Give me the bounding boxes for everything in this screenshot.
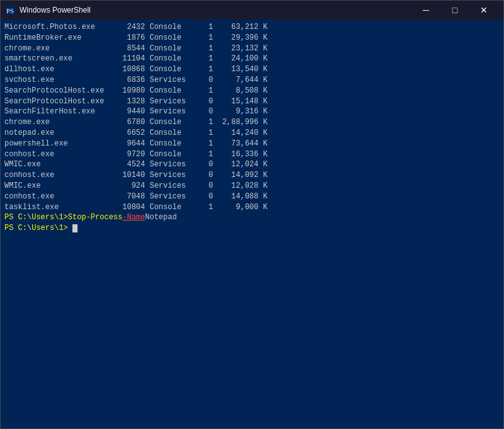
powershell-icon: PS	[6, 5, 16, 15]
close-button[interactable]: ✕	[469, 1, 498, 20]
table-row: notepad.exe 6652 Console 1 14,240 K	[4, 128, 500, 139]
table-row: powershell.exe 9644 Console 1 73,644 K	[4, 139, 500, 149]
cursor	[72, 224, 77, 232]
title-bar: PS Windows PowerShell ─ □ ✕	[1, 1, 503, 20]
table-row: conhost.exe 10140 Services 0 14,092 K	[4, 170, 500, 181]
svg-text:PS: PS	[6, 7, 14, 14]
minimize-button[interactable]: ─	[411, 1, 440, 20]
name-arg: -Name	[122, 212, 145, 223]
table-row: svchost.exe 6836 Services 0 7,644 K	[4, 75, 500, 86]
table-row: WMIC.exe 4524 Services 0 12,024 K	[4, 159, 500, 170]
table-row: SearchProtocolHost.exe 1328 Services 0 1…	[4, 96, 500, 107]
prompt-1: PS C:\Users\1>	[4, 212, 68, 223]
cursor-line: PS C:\Users\1>	[4, 223, 500, 234]
table-row: dllhost.exe 10868 Console 1 13,540 K	[4, 64, 500, 75]
table-row: chrome.exe 6780 Console 1 2,88,996 K	[4, 117, 500, 128]
command-line-1: PS C:\Users\1> Stop-Process -Name Notepa…	[4, 212, 500, 223]
title-bar-left: PS Windows PowerShell	[6, 5, 91, 15]
title-bar-controls: ─ □ ✕	[411, 1, 498, 20]
terminal-body[interactable]: Microsoft.Photos.exe 2432 Console 1 63,2…	[1, 20, 503, 428]
cmd-value: Notepad	[145, 212, 176, 223]
window-title: Windows PowerShell	[20, 6, 91, 14]
powershell-window: PS Windows PowerShell ─ □ ✕ Microsoft.Ph…	[0, 0, 504, 429]
table-row: WMIC.exe 924 Services 0 12,028 K	[4, 181, 500, 192]
table-row: Microsoft.Photos.exe 2432 Console 1 63,2…	[4, 22, 500, 33]
table-row: SearchProtocolHost.exe 10980 Console 1 8…	[4, 86, 500, 96]
prompt-2: PS C:\Users\1>	[4, 223, 68, 234]
table-row: SearchFilterHost.exe 9440 Services 0 9,3…	[4, 106, 500, 117]
table-row: smartscreen.exe 11104 Console 1 24,100 K	[4, 54, 500, 64]
table-row: conhost.exe 7048 Services 0 14,088 K	[4, 192, 500, 202]
table-row: tasklist.exe 10804 Console 1 9,000 K	[4, 202, 500, 213]
table-row: chrome.exe 8544 Console 1 23,132 K	[4, 43, 500, 54]
table-row: conhost.exe 9720 Console 1 16,336 K	[4, 149, 500, 160]
table-row: RuntimeBroker.exe 1876 Console 1 29,396 …	[4, 33, 500, 43]
stop-process-cmd: Stop-Process	[68, 212, 122, 223]
process-list: Microsoft.Photos.exe 2432 Console 1 63,2…	[4, 22, 500, 212]
maximize-button[interactable]: □	[440, 1, 469, 20]
